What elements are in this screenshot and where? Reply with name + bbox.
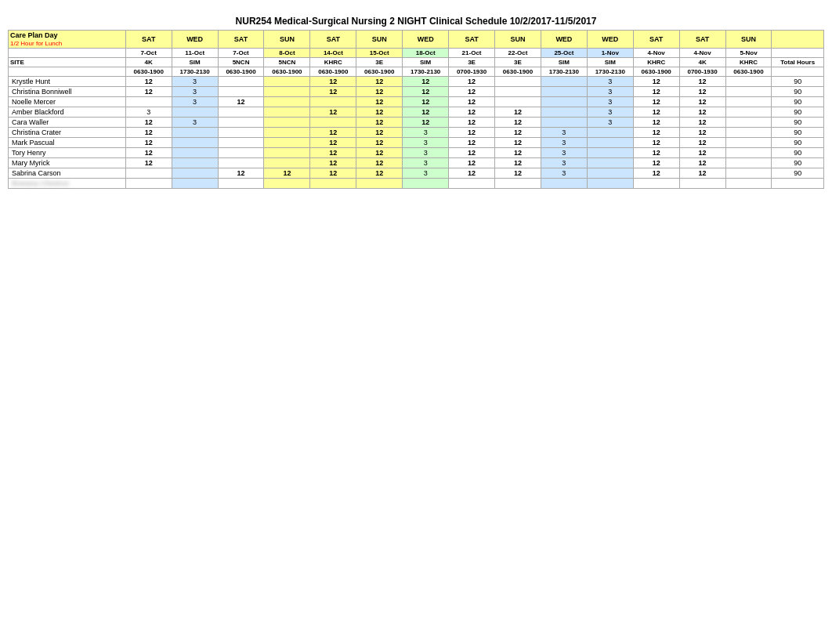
schedule-cell: 12 <box>356 97 403 107</box>
student-name: Amber Blackford <box>9 107 126 118</box>
schedule-cell <box>172 107 218 118</box>
col-header-sun4: SUN <box>725 31 772 49</box>
schedule-cell: 3 <box>125 107 172 118</box>
schedule-cell <box>679 179 725 189</box>
header-row-site: SITE 4K SIM 5NCN 5NCN KHRC 3E SIM 3E 3E … <box>9 58 824 67</box>
col-header-sat6: SAT <box>679 31 725 49</box>
schedule-cell <box>218 128 264 138</box>
student-name: Christina Crater <box>9 128 126 138</box>
col-header-wed4: WED <box>587 31 633 49</box>
schedule-cell: 12 <box>125 77 172 87</box>
schedule-cell <box>218 118 264 128</box>
student-name: Cara Waller <box>9 118 126 128</box>
schedule-cell <box>264 97 310 107</box>
schedule-cell: 12 <box>356 118 403 128</box>
total-hours-cell: 90 <box>772 77 824 87</box>
student-name: Mary Myrick <box>9 158 126 168</box>
table-row: Mark Pascual121212312123121290 <box>9 138 824 148</box>
schedule-cell: 12 <box>403 77 449 87</box>
schedule-cell <box>403 179 449 189</box>
schedule-cell: 12 <box>449 158 495 168</box>
schedule-cell <box>218 107 264 118</box>
col-header-sun2: SUN <box>356 31 403 49</box>
schedule-cell <box>725 168 772 179</box>
schedule-cell: 12 <box>356 77 403 87</box>
schedule-cell: 3 <box>172 87 218 97</box>
schedule-cell <box>310 179 356 189</box>
schedule-cell <box>356 179 403 189</box>
student-name: Mark Pascual <box>9 138 126 148</box>
schedule-cell <box>725 107 772 118</box>
schedule-cell: 12 <box>310 138 356 148</box>
schedule-cell: 12 <box>495 128 541 138</box>
schedule-cell <box>495 77 541 87</box>
schedule-cell: 12 <box>679 87 725 97</box>
schedule-cell <box>541 118 587 128</box>
schedule-cell <box>587 128 633 138</box>
schedule-cell: 12 <box>218 168 264 179</box>
schedule-cell <box>541 97 587 107</box>
student-name: Christina Bonniwell <box>9 87 126 97</box>
schedule-cell: 12 <box>449 168 495 179</box>
schedule-cell <box>218 87 264 97</box>
schedule-cell: 12 <box>449 107 495 118</box>
schedule-cell: 3 <box>172 77 218 87</box>
schedule-cell: 12 <box>679 138 725 148</box>
schedule-cell: 12 <box>125 138 172 148</box>
total-hours-cell: 90 <box>772 168 824 179</box>
col-header-sat5: SAT <box>633 31 679 49</box>
schedule-cell <box>495 97 541 107</box>
schedule-cell: 3 <box>541 168 587 179</box>
schedule-cell <box>541 77 587 87</box>
col-header-wed3: WED <box>541 31 587 49</box>
student-name: Noelle Mercer <box>9 97 126 107</box>
schedule-cell: 3 <box>587 97 633 107</box>
schedule-cell: 12 <box>449 87 495 97</box>
schedule-cell: 12 <box>310 87 356 97</box>
schedule-cell: 12 <box>633 168 679 179</box>
schedule-cell: 12 <box>125 158 172 168</box>
schedule-cell: 12 <box>356 128 403 138</box>
student-name: Krystle Hunt <box>9 77 126 87</box>
schedule-cell: 12 <box>125 128 172 138</box>
schedule-cell <box>172 138 218 148</box>
col-header-sat4: SAT <box>449 31 495 49</box>
schedule-cell <box>264 87 310 97</box>
site-label: SITE <box>9 58 126 67</box>
schedule-cell <box>125 97 172 107</box>
schedule-cell <box>541 179 587 189</box>
schedule-cell <box>725 128 772 138</box>
schedule-cell: 12 <box>679 107 725 118</box>
total-hours-cell: 90 <box>772 107 824 118</box>
col-header-wed1: WED <box>172 31 218 49</box>
table-row: Christina Bonniwell123121212123121290 <box>9 87 824 97</box>
schedule-cell <box>172 168 218 179</box>
schedule-cell: 12 <box>679 97 725 107</box>
total-hours-cell: 90 <box>772 138 824 148</box>
schedule-cell <box>725 138 772 148</box>
schedule-cell: 12 <box>633 138 679 148</box>
schedule-cell <box>587 148 633 158</box>
col-header-sat3: SAT <box>310 31 356 49</box>
schedule-cell: 12 <box>679 158 725 168</box>
total-hours-cell: 90 <box>772 87 824 97</box>
schedule-cell: 12 <box>679 128 725 138</box>
schedule-cell: 12 <box>449 138 495 148</box>
schedule-cell <box>264 128 310 138</box>
total-hours-cell: 90 <box>772 97 824 107</box>
student-name: Tory Henry <box>9 148 126 158</box>
schedule-cell: 12 <box>449 77 495 87</box>
schedule-cell: 12 <box>125 87 172 97</box>
schedule-cell: 12 <box>495 158 541 168</box>
schedule-cell: 12 <box>403 107 449 118</box>
schedule-cell: 3 <box>403 128 449 138</box>
schedule-cell: 12 <box>403 118 449 128</box>
total-hours-cell: 90 <box>772 118 824 128</box>
schedule-cell: 3 <box>587 77 633 87</box>
schedule-cell: 12 <box>495 138 541 148</box>
schedule-cell: 12 <box>679 77 725 87</box>
schedule-cell <box>495 87 541 97</box>
schedule-cell: 12 <box>310 168 356 179</box>
schedule-cell: 12 <box>449 148 495 158</box>
schedule-cell <box>218 148 264 158</box>
